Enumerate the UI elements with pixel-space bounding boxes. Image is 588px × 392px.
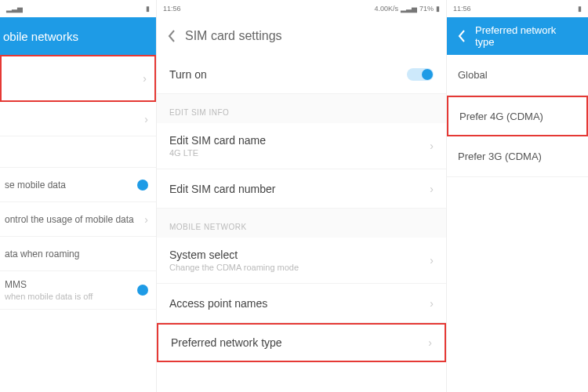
status-time: 11:56 <box>453 5 471 13</box>
row-preferred-network-type[interactable]: Preferred network type › <box>157 323 446 362</box>
spacer <box>0 136 156 168</box>
option-label: Prefer 3G (CDMA) <box>458 151 577 162</box>
toggle-switch[interactable] <box>407 68 434 81</box>
screen-preferred-network-type: 11:56 ▮ Preferred network type Global Pr… <box>447 0 588 392</box>
status-right: 4.00K/s ▂▃▅ 71% ▮ <box>374 5 440 13</box>
battery-icon: ▮ <box>578 5 582 13</box>
row-edit-sim-number[interactable]: Edit SIM card number › <box>157 169 446 209</box>
option-label: Prefer 4G (CDMA) <box>459 111 575 122</box>
content-area: Global Prefer 4G (CDMA) Prefer 3G (CDMA) <box>447 55 588 392</box>
row-sublabel: when mobile data is off <box>5 292 137 301</box>
status-left: 11:56 <box>163 5 181 13</box>
row-generic-1[interactable]: › <box>0 102 156 136</box>
row-roaming[interactable]: ata when roaming <box>0 237 156 271</box>
status-time: 11:56 <box>163 5 181 13</box>
row-label: Preferred network type <box>171 336 422 349</box>
row-label: Access point names <box>169 297 423 310</box>
row-label: se mobile data <box>5 180 137 191</box>
chevron-right-icon: › <box>144 213 148 226</box>
row-label: ata when roaming <box>5 249 148 260</box>
sim-slot-label <box>6 73 136 84</box>
status-left: ▂▃▅ <box>6 5 23 13</box>
status-right: ▮ <box>578 5 582 13</box>
toggle-on-icon[interactable] <box>137 285 148 296</box>
signal-icon: ▂▃▅ <box>6 5 23 13</box>
status-bar: ▂▃▅ ▮ <box>0 0 156 17</box>
section-header-mobile-network: Mobile network <box>157 209 446 238</box>
row-sublabel: Change the CDMA roaming mode <box>169 263 423 272</box>
chevron-right-icon: › <box>430 297 434 310</box>
row-system-select[interactable]: System select Change the CDMA roaming mo… <box>157 238 446 284</box>
content-area: Turn on Edit SIM info Edit SIM card name… <box>157 55 446 392</box>
row-mobile-data[interactable]: se mobile data <box>0 168 156 202</box>
battery-text: 71% <box>419 5 434 13</box>
status-net: 4.00K/s <box>374 5 398 13</box>
toggle-on-icon[interactable] <box>137 180 148 191</box>
option-prefer-4g[interactable]: Prefer 4G (CDMA) <box>447 96 588 136</box>
row-sublabel: 4G LTE <box>169 148 423 158</box>
chevron-right-icon: › <box>144 113 148 125</box>
status-right: ▮ <box>146 5 150 13</box>
chevron-right-icon: › <box>428 336 432 349</box>
chevron-right-icon: › <box>430 254 434 267</box>
row-label: MMS <box>5 279 137 290</box>
row-turn-on[interactable]: Turn on <box>157 55 446 94</box>
option-global[interactable]: Global <box>447 55 588 96</box>
sim-slot-row[interactable]: › <box>0 55 156 102</box>
chevron-right-icon: › <box>430 183 434 195</box>
row-label: Edit SIM card name <box>169 134 423 147</box>
section-header-edit-sim: Edit SIM info <box>157 94 446 123</box>
screen-mobile-networks: ▂▃▅ ▮ obile networks › › se mobile data … <box>0 0 157 392</box>
row-label: ontrol the usage of mobile data <box>5 214 138 225</box>
page-title: obile networks <box>3 30 78 43</box>
row-label: System select <box>169 249 423 261</box>
row-label: Turn on <box>169 68 407 81</box>
row-edit-sim-name[interactable]: Edit SIM card name 4G LTE › <box>157 123 446 169</box>
row-apn[interactable]: Access point names › <box>157 284 446 323</box>
back-icon[interactable] <box>168 30 176 42</box>
content-area: › › se mobile data ontrol the usage of m… <box>0 55 156 392</box>
screen-sim-card-settings: 11:56 4.00K/s ▂▃▅ 71% ▮ SIM card setting… <box>157 0 447 392</box>
battery-icon: ▮ <box>146 5 150 13</box>
row-data-usage[interactable]: ontrol the usage of mobile data › <box>0 202 156 237</box>
header-bar: SIM card settings <box>157 17 446 55</box>
row-label: Edit SIM card number <box>169 183 423 195</box>
battery-icon: ▮ <box>436 5 440 13</box>
page-title: Preferred network type <box>475 24 577 48</box>
header-bar: obile networks <box>0 17 156 55</box>
status-left: 11:56 <box>453 5 471 13</box>
option-prefer-3g[interactable]: Prefer 3G (CDMA) <box>447 136 588 177</box>
header-bar: Preferred network type <box>447 17 588 55</box>
status-bar: 11:56 4.00K/s ▂▃▅ 71% ▮ <box>157 0 446 17</box>
row-mms[interactable]: MMS when mobile data is off <box>0 271 156 310</box>
option-label: Global <box>458 69 577 81</box>
chevron-right-icon: › <box>430 140 434 152</box>
page-title: SIM card settings <box>185 29 282 43</box>
signal-icon: ▂▃▅ <box>401 5 417 13</box>
back-icon[interactable] <box>458 30 466 42</box>
chevron-right-icon: › <box>143 72 147 85</box>
status-bar: 11:56 ▮ <box>447 0 588 17</box>
